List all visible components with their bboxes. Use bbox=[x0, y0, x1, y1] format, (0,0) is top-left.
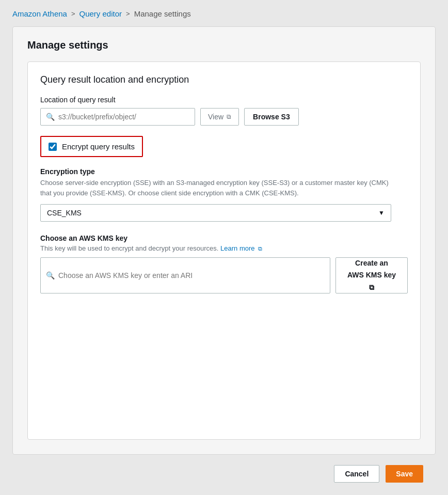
cancel-button[interactable]: Cancel bbox=[334, 465, 379, 483]
kms-desc-text: This key will be used to encrypt and dec… bbox=[40, 244, 218, 252]
chevron-down-icon: ▼ bbox=[378, 209, 385, 216]
encrypt-label[interactable]: Encrypt query results bbox=[62, 142, 135, 151]
page-container: Manage settings Query result location an… bbox=[12, 26, 436, 455]
footer-row: Cancel Save bbox=[12, 455, 436, 483]
encryption-type-select[interactable]: CSE_KMS ▼ bbox=[40, 204, 391, 222]
create-kms-line2: AWS KMS key bbox=[347, 270, 396, 281]
encrypt-checkbox[interactable] bbox=[49, 143, 57, 151]
page-wrapper: Amazon Athena > Query editor > Manage se… bbox=[0, 0, 448, 495]
kms-section: Choose an AWS KMS key This key will be u… bbox=[40, 234, 408, 293]
encryption-type-value: CSE_KMS bbox=[47, 209, 82, 217]
create-kms-button[interactable]: Create an AWS KMS key ⧉ bbox=[335, 257, 408, 293]
browse-s3-button[interactable]: Browse S3 bbox=[244, 108, 299, 126]
page-title: Manage settings bbox=[27, 39, 421, 51]
main-content: Manage settings Query result location an… bbox=[0, 26, 448, 495]
learn-more-ext-icon: ⧉ bbox=[258, 245, 262, 252]
kms-input-wrapper: 🔍 bbox=[40, 257, 330, 293]
location-input[interactable] bbox=[58, 113, 189, 121]
breadcrumb-link-query-editor[interactable]: Query editor bbox=[79, 9, 122, 18]
encryption-type-desc: Choose server-side encryption (SSE) with… bbox=[40, 178, 391, 198]
kms-search-icon: 🔍 bbox=[46, 271, 55, 280]
view-button-label: View bbox=[208, 113, 223, 121]
breadcrumb-link-athena[interactable]: Amazon Athena bbox=[12, 9, 67, 18]
create-kms-ext-icon: ⧉ bbox=[369, 283, 374, 293]
kms-desc: This key will be used to encrypt and dec… bbox=[40, 244, 408, 252]
learn-more-link[interactable]: Learn more bbox=[220, 244, 254, 252]
save-button[interactable]: Save bbox=[386, 465, 423, 483]
section-title: Query result location and encryption bbox=[40, 74, 408, 85]
encryption-type-label: Encryption type bbox=[40, 167, 408, 176]
breadcrumb-current: Manage settings bbox=[134, 9, 191, 18]
breadcrumb-separator-1: > bbox=[71, 10, 75, 18]
kms-input[interactable] bbox=[58, 271, 325, 280]
create-kms-line1: Create an bbox=[355, 258, 388, 269]
location-label: Location of query result bbox=[40, 96, 408, 104]
location-row: 🔍 View ⧉ Browse S3 bbox=[40, 108, 408, 126]
external-link-icon: ⧉ bbox=[227, 113, 231, 120]
encryption-type-section: Encryption type Choose server-side encry… bbox=[40, 167, 408, 222]
kms-title: Choose an AWS KMS key bbox=[40, 234, 408, 242]
view-button[interactable]: View ⧉ bbox=[200, 108, 239, 126]
search-icon: 🔍 bbox=[46, 113, 55, 121]
kms-input-row: 🔍 Create an AWS KMS key ⧉ bbox=[40, 257, 408, 293]
section-card: Query result location and encryption Loc… bbox=[27, 61, 421, 440]
breadcrumb: Amazon Athena > Query editor > Manage se… bbox=[0, 0, 448, 26]
location-input-wrapper: 🔍 bbox=[40, 108, 195, 126]
breadcrumb-separator-2: > bbox=[126, 10, 130, 18]
encrypt-row: Encrypt query results bbox=[40, 136, 143, 157]
